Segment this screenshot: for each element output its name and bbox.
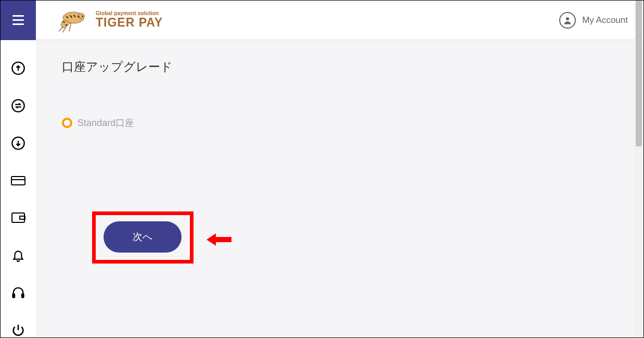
logo-brand-text: TIGER PAY: [96, 16, 163, 29]
sidebar-item-deposit[interactable]: [10, 61, 26, 76]
sidebar-item-exchange[interactable]: [10, 98, 26, 114]
my-account-button[interactable]: My Account: [559, 12, 628, 29]
headset-icon: [11, 285, 25, 300]
svg-marker-12: [207, 233, 231, 246]
sidebar-item-logout[interactable]: [10, 322, 26, 337]
user-icon: [559, 12, 576, 29]
scrollbar-thumb[interactable]: [636, 1, 642, 146]
sidebar-item-support[interactable]: [10, 285, 26, 301]
sidebar-nav: [1, 40, 36, 337]
bell-icon: [11, 248, 25, 262]
vertical-scrollbar[interactable]: [635, 1, 643, 337]
main-content: 口座アップグレード Standard口座 次へ: [36, 40, 643, 337]
svg-point-2: [566, 17, 569, 20]
radio-label: Standard口座: [78, 117, 134, 129]
hamburger-icon: [12, 15, 24, 25]
brand-logo[interactable]: Global payment solution TIGER PAY: [51, 6, 163, 34]
next-button[interactable]: 次へ: [104, 221, 182, 253]
tiger-logo-icon: [51, 6, 91, 34]
next-button-label: 次へ: [133, 230, 152, 244]
svg-rect-8: [12, 213, 24, 222]
upload-icon: [11, 61, 25, 76]
sidebar-item-card[interactable]: [10, 173, 26, 188]
exchange-icon: [11, 98, 25, 113]
svg-point-1: [82, 16, 83, 17]
annotation-arrow-icon: [207, 232, 233, 247]
radio-selected-icon: [62, 118, 72, 128]
menu-toggle-button[interactable]: [1, 1, 36, 40]
page-title: 口座アップグレード: [62, 59, 617, 75]
my-account-label: My Account: [582, 15, 628, 26]
top-bar: Global payment solution TIGER PAY My Acc…: [1, 1, 643, 40]
svg-rect-6: [11, 177, 25, 185]
download-icon: [11, 136, 25, 151]
svg-point-4: [12, 99, 24, 111]
sidebar-item-withdraw[interactable]: [10, 136, 26, 151]
svg-rect-10: [13, 294, 15, 297]
sidebar-item-notifications[interactable]: [10, 248, 26, 263]
svg-rect-11: [22, 294, 24, 297]
wallet-icon: [10, 211, 26, 224]
sidebar-item-wallet[interactable]: [10, 210, 26, 226]
account-type-option[interactable]: Standard口座: [62, 117, 617, 129]
power-icon: [11, 323, 25, 337]
card-icon: [10, 174, 26, 187]
